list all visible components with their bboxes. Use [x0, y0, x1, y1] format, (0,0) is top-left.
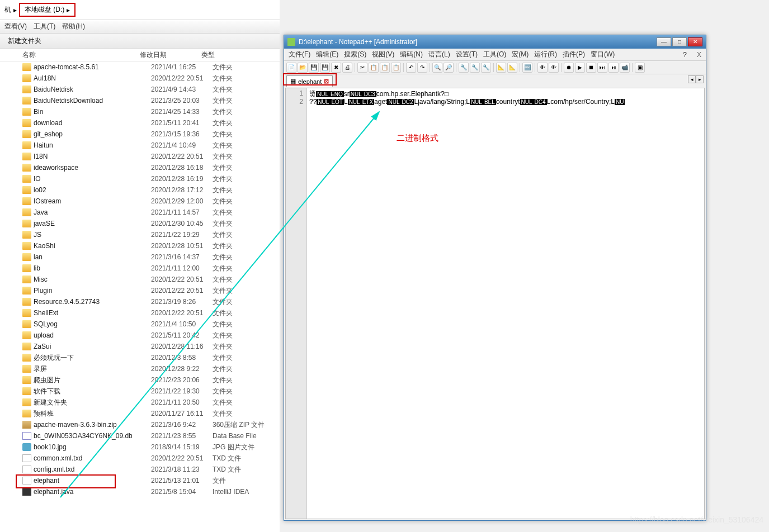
file-row[interactable]: lib 2021/1/11 12:00 文件夹 [0, 263, 280, 274]
file-row[interactable]: bc_0WIN053OA34CY6NK_09.db 2021/1/23 8:55… [0, 430, 280, 441]
tab-scroll-left-icon[interactable]: ◂ [688, 75, 696, 83]
toolbar-button[interactable]: 👁 [549, 63, 559, 73]
file-row[interactable]: 新建文件夹 2021/1/11 20:50 文件夹 [0, 397, 280, 408]
toolbar-button[interactable]: 📐 [496, 63, 506, 73]
toolbar-button[interactable]: 🔍 [432, 63, 442, 73]
menu-help[interactable]: ? [683, 51, 687, 59]
toolbar-button[interactable]: ↷ [417, 63, 427, 73]
menu-item[interactable]: 设置(T) [456, 50, 478, 59]
toolbar-button[interactable]: 💾 [320, 63, 330, 73]
toolbar-button[interactable]: 📋 [391, 63, 401, 73]
toolbar-button[interactable]: 📐 [507, 63, 517, 73]
breadcrumb-drive[interactable]: 本地磁盘 (D:) [25, 5, 64, 15]
toolbar-button[interactable]: 💾 [309, 63, 319, 73]
file-row[interactable]: 必须玩玩一下 2020/12/3 8:58 文件夹 [0, 352, 280, 363]
menu-item[interactable]: 插件(P) [563, 50, 585, 59]
file-row[interactable]: elephant.java 2021/5/8 15:04 IntelliJ ID… [0, 486, 280, 497]
file-row[interactable]: config.xml.txd 2021/3/18 11:23 TXD 文件 [0, 464, 280, 475]
toolbar-button[interactable]: 🔧 [470, 63, 480, 73]
toolbar-button[interactable]: 🔧 [459, 63, 469, 73]
toolbar-button[interactable]: 👁 [537, 63, 548, 73]
toolbar-button[interactable]: ⏯ [608, 63, 619, 73]
file-row[interactable]: ShellExt 2020/12/22 20:51 文件夹 [0, 307, 280, 319]
toolbar-button[interactable]: 🔎 [444, 63, 454, 73]
col-date[interactable]: 修改日期 [140, 50, 201, 60]
file-row[interactable]: BaiduNetdisk 2021/4/9 14:43 文件夹 [0, 84, 280, 95]
file-row[interactable]: KaoShi 2020/12/28 10:51 文件夹 [0, 240, 280, 251]
file-row[interactable]: IOstream 2020/12/29 12:00 文件夹 [0, 196, 280, 207]
file-row[interactable]: lan 2021/3/16 14:37 文件夹 [0, 251, 280, 263]
menu-item[interactable]: 编辑(E) [316, 50, 338, 59]
file-row[interactable]: IO 2020/12/28 16:19 文件夹 [0, 173, 280, 184]
toolbar-button[interactable]: ✂ [357, 63, 367, 73]
toolbar-button[interactable]: 🔧 [481, 63, 491, 73]
col-type[interactable]: 类型 [201, 50, 280, 60]
file-row[interactable]: elephant 2021/5/13 21:01 文件 [0, 475, 280, 486]
toolbar-button[interactable]: ⏹ [586, 63, 596, 73]
file-row[interactable]: javaSE 2020/12/30 10:45 文件夹 [0, 218, 280, 229]
minimize-button[interactable]: — [657, 37, 671, 46]
file-row[interactable]: io02 2020/12/28 17:12 文件夹 [0, 184, 280, 196]
toolbar-button[interactable]: 📋 [369, 63, 379, 73]
menu-item[interactable]: 编码(N) [400, 50, 423, 59]
file-row[interactable]: upload 2021/5/11 20:42 文件夹 [0, 330, 280, 341]
file-row[interactable]: Misc 2020/12/22 20:51 文件夹 [0, 274, 280, 285]
toolbar-button[interactable]: 📹 [620, 63, 630, 73]
tab-close-icon[interactable]: ⊠ [324, 78, 329, 85]
menu-item[interactable]: 工具(O) [483, 50, 506, 59]
file-row[interactable]: apache-maven-3.6.3-bin.zip 2021/3/16 9:4… [0, 419, 280, 430]
toolbar-button[interactable]: ⏺ [564, 63, 574, 73]
file-row[interactable]: SQLyog 2021/1/4 10:50 文件夹 [0, 319, 280, 330]
toolbar-button[interactable]: ⏭ [597, 63, 607, 73]
toolbar-button[interactable]: 📋 [380, 63, 390, 73]
menu-view[interactable]: 查看(V) [4, 22, 27, 31]
menu-item[interactable]: 窗口(W) [591, 50, 615, 59]
file-row[interactable]: book10.jpg 2018/9/14 15:19 JPG 图片文件 [0, 441, 280, 453]
toolbar-button[interactable]: 🖨 [342, 63, 352, 73]
file-row[interactable]: JS 2021/1/22 19:29 文件夹 [0, 229, 280, 240]
file-row[interactable]: ideaworkspace 2020/12/28 16:18 文件夹 [0, 162, 280, 173]
toolbar-button[interactable]: ↶ [406, 63, 416, 73]
document-tab[interactable]: ▦ elephant ⊠ [286, 75, 333, 87]
editor-area[interactable]: 1 2 烫NULENQsrNULDC3com.hp.ser.Elephantk?… [285, 88, 705, 519]
menu-item[interactable]: 运行(R) [534, 50, 557, 59]
file-row[interactable]: AuI18N 2020/12/22 20:51 文件夹 [0, 73, 280, 84]
menu-item[interactable]: 语言(L) [428, 50, 450, 59]
toolbar-button[interactable]: ▣ [635, 63, 645, 73]
file-row[interactable]: 录屏 2020/12/28 9:22 文件夹 [0, 363, 280, 374]
breadcrumb-host[interactable]: 机 [4, 5, 11, 15]
file-row[interactable]: Plugin 2020/12/22 20:51 文件夹 [0, 285, 280, 296]
toolbar-button[interactable]: ▶ [575, 63, 585, 73]
menu-item[interactable]: 视图(V) [372, 50, 394, 59]
file-row[interactable]: 软件下载 2021/1/22 19:30 文件夹 [0, 386, 280, 397]
file-row[interactable]: BaiduNetdiskDownload 2021/3/25 20:03 文件夹 [0, 95, 280, 106]
file-row[interactable]: 预科班 2020/11/27 16:11 文件夹 [0, 408, 280, 419]
toolbar-button[interactable]: ✖ [331, 63, 341, 73]
file-row[interactable]: Java 2021/1/11 14:57 文件夹 [0, 207, 280, 218]
new-folder-button[interactable]: 新建文件夹 [8, 36, 41, 46]
file-row[interactable]: I18N 2020/12/22 20:51 文件夹 [0, 151, 280, 162]
menu-tools[interactable]: 工具(T) [34, 22, 55, 31]
col-name[interactable]: 名称 [0, 50, 140, 60]
file-row[interactable]: git_eshop 2021/3/15 19:36 文件夹 [0, 129, 280, 140]
address-bar[interactable]: 机 ▸ 本地磁盘 (D:) ▸ [0, 0, 280, 20]
file-row[interactable]: apache-tomcat-8.5.61 2021/4/1 16:25 文件夹 [0, 61, 280, 73]
menu-close-doc[interactable]: X [697, 51, 701, 59]
menu-item[interactable]: 文件(F) [289, 50, 310, 59]
menu-item[interactable]: 搜索(S) [344, 50, 366, 59]
toolbar-button[interactable]: 🔤 [522, 63, 532, 73]
close-button[interactable]: ✕ [688, 37, 702, 46]
toolbar-button[interactable]: 📂 [298, 63, 308, 73]
toolbar-button[interactable]: 📄 [286, 63, 296, 73]
code-content[interactable]: 烫NULENQsrNULDC3com.hp.ser.Elephantk?□ ??… [307, 88, 704, 519]
menu-help[interactable]: 帮助(H) [62, 22, 85, 31]
file-row[interactable]: Haitun 2021/1/4 10:49 文件夹 [0, 140, 280, 151]
menu-item[interactable]: 宏(M) [512, 50, 529, 59]
file-row[interactable]: common.xml.txd 2020/12/22 20:51 TXD 文件 [0, 453, 280, 464]
file-row[interactable]: 爬虫图片 2021/2/23 20:06 文件夹 [0, 374, 280, 386]
maximize-button[interactable]: □ [672, 37, 687, 46]
tab-scroll-right-icon[interactable]: ▸ [696, 75, 704, 83]
file-row[interactable]: ZaSui 2020/12/28 11:16 文件夹 [0, 341, 280, 352]
file-row[interactable]: Resource.9.4.5.27743 2021/3/19 8:26 文件夹 [0, 296, 280, 307]
npp-titlebar[interactable]: D:\elephant - Notepad++ [Administrator] … [284, 35, 706, 49]
